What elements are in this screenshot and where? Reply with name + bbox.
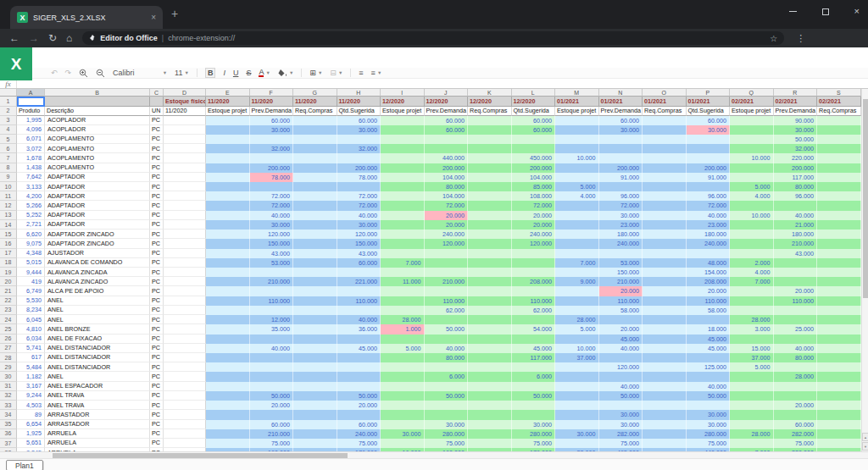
cell-F35[interactable]: 60.000	[250, 420, 294, 429]
cell-J14[interactable]: 20.000	[425, 220, 469, 229]
cell-P18[interactable]: 48.000	[687, 258, 731, 268]
cell-L34[interactable]	[512, 410, 556, 419]
cell-J16[interactable]: 120.000	[425, 239, 469, 248]
cell-S13[interactable]	[817, 211, 861, 220]
cell-L24[interactable]	[512, 315, 556, 324]
cell-P7[interactable]	[687, 153, 731, 163]
cell-A19[interactable]: 9,444	[17, 268, 45, 277]
cell-A12[interactable]: 5,266	[17, 201, 45, 210]
cell-I4[interactable]	[381, 125, 425, 135]
row-header-3[interactable]: 3	[0, 116, 17, 125]
cell-J5[interactable]	[425, 135, 469, 144]
cell-K3[interactable]	[468, 116, 512, 125]
cell-F9[interactable]: 78.000	[250, 173, 294, 182]
cell-D36[interactable]	[164, 429, 206, 439]
reload-icon[interactable]: ↻	[48, 32, 57, 44]
cell-K14[interactable]	[468, 220, 512, 229]
cell-R22[interactable]: 110.000	[774, 296, 818, 306]
cell-Q30[interactable]	[730, 372, 774, 381]
cell-E35[interactable]	[206, 420, 250, 429]
cell-E22[interactable]	[206, 296, 250, 306]
cell-E1[interactable]: 11/2020	[206, 97, 250, 107]
cell-G32[interactable]	[293, 391, 337, 401]
cell-S12[interactable]	[817, 201, 861, 210]
cell-A2[interactable]: Produto	[17, 107, 45, 116]
bold-button[interactable]: B	[205, 68, 216, 78]
cell-A20[interactable]: 419	[17, 277, 45, 286]
select-all-corner[interactable]	[0, 89, 17, 97]
cell-R31[interactable]	[774, 382, 818, 391]
cell-H2[interactable]: Qtd.Sugerida	[337, 107, 381, 116]
cell-M22[interactable]	[555, 296, 599, 306]
cell-H11[interactable]: 72.000	[337, 191, 381, 201]
horizontal-scrollbar[interactable]	[0, 451, 868, 458]
cell-C22[interactable]: PC	[150, 296, 164, 306]
cell-G20[interactable]	[293, 277, 337, 286]
cell-E15[interactable]	[206, 229, 250, 239]
cell-H32[interactable]: 50.000	[337, 391, 381, 401]
cell-D27[interactable]	[164, 344, 206, 353]
cell-J7[interactable]: 440.000	[425, 153, 469, 163]
align-button[interactable]: ≡▼	[371, 69, 382, 77]
cell-Q18[interactable]: 2.000	[730, 258, 774, 268]
cell-P30[interactable]	[687, 372, 731, 381]
cell-A18[interactable]: 5,015	[17, 258, 45, 268]
cell-I16[interactable]	[381, 239, 425, 248]
cell-A6[interactable]: 3,072	[17, 144, 45, 153]
cell-D37[interactable]	[164, 439, 206, 448]
cell-B36[interactable]: ARRUELA	[45, 429, 150, 439]
cell-H18[interactable]: 60.000	[337, 258, 381, 268]
cell-R11[interactable]: 96.000	[774, 191, 818, 201]
row-header-27[interactable]: 27	[0, 344, 17, 353]
row-header-13[interactable]: 13	[0, 211, 17, 220]
cell-S17[interactable]	[817, 249, 861, 258]
cell-G15[interactable]	[293, 229, 337, 239]
cell-J34[interactable]	[425, 410, 469, 419]
cell-B23[interactable]: ANEL	[45, 306, 150, 315]
cell-O32[interactable]	[643, 391, 687, 401]
cell-R36[interactable]: 282.000	[774, 429, 818, 439]
cell-H6[interactable]: 32.000	[337, 144, 381, 153]
row-header-14[interactable]: 14	[0, 220, 17, 229]
cell-N23[interactable]: 58.000	[599, 306, 643, 315]
cell-H35[interactable]: 60.000	[337, 420, 381, 429]
row-header-24[interactable]: 24	[0, 315, 17, 324]
cell-K9[interactable]	[468, 173, 512, 182]
cell-S10[interactable]	[817, 182, 861, 191]
cell-H34[interactable]	[337, 410, 381, 419]
cell-N4[interactable]: 30.000	[599, 125, 643, 135]
cell-R24[interactable]	[774, 315, 818, 324]
cell-H7[interactable]	[337, 153, 381, 163]
row-header-28[interactable]: 28	[0, 353, 17, 362]
cell-J32[interactable]: 50.000	[425, 391, 469, 401]
cell-B5[interactable]: ACOPLAMENTO	[45, 135, 150, 144]
cell-Q21[interactable]	[730, 286, 774, 296]
cell-O1[interactable]: 01/2021	[643, 97, 687, 107]
cell-P35[interactable]: 30.000	[687, 420, 731, 429]
cell-M30[interactable]	[555, 372, 599, 381]
cell-P37[interactable]: 75.000	[687, 439, 731, 448]
cell-L30[interactable]: 6.000	[512, 372, 556, 381]
cell-A29[interactable]: 5,484	[17, 362, 45, 372]
cell-L8[interactable]: 200.000	[512, 163, 556, 173]
cell-Q19[interactable]: 4.000	[730, 268, 774, 277]
cell-I22[interactable]	[381, 296, 425, 306]
cell-A16[interactable]: 9,075	[17, 239, 45, 248]
cell-A23[interactable]: 8,234	[17, 306, 45, 315]
cell-H20[interactable]: 221.000	[337, 277, 381, 286]
cell-Q24[interactable]: 28.000	[730, 315, 774, 324]
cell-L5[interactable]	[512, 135, 556, 144]
cell-A31[interactable]: 3,167	[17, 382, 45, 391]
cell-K30[interactable]	[468, 372, 512, 381]
cell-M2[interactable]: Estoque projet	[555, 107, 599, 116]
cell-N29[interactable]: 120.000	[599, 362, 643, 372]
cell-B34[interactable]: ARRASTADOR	[45, 410, 150, 419]
cell-N13[interactable]: 30.000	[599, 211, 643, 220]
cell-G9[interactable]	[293, 173, 337, 182]
row-header-36[interactable]: 36	[0, 429, 17, 439]
cell-B6[interactable]: ACOPLAMENTO	[45, 144, 150, 153]
cell-E23[interactable]	[206, 306, 250, 315]
cell-G14[interactable]	[293, 220, 337, 229]
cell-M20[interactable]: 9.000	[555, 277, 599, 286]
cell-M33[interactable]	[555, 401, 599, 410]
